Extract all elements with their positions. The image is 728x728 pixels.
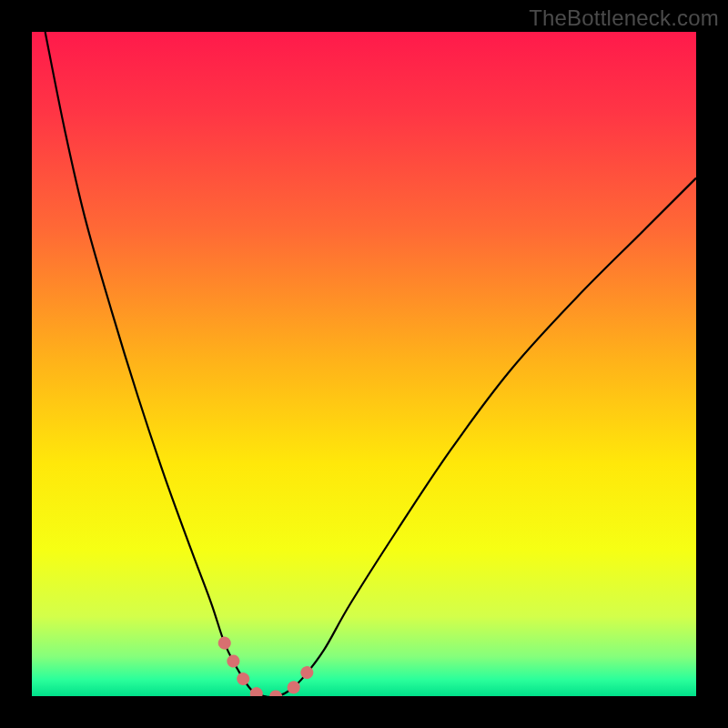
plot-area xyxy=(32,32,696,696)
chart-frame: TheBottleneck.com xyxy=(0,0,728,728)
curve-layer xyxy=(32,32,696,696)
watermark-text: TheBottleneck.com xyxy=(529,5,719,31)
bottleneck-curve xyxy=(46,32,696,696)
